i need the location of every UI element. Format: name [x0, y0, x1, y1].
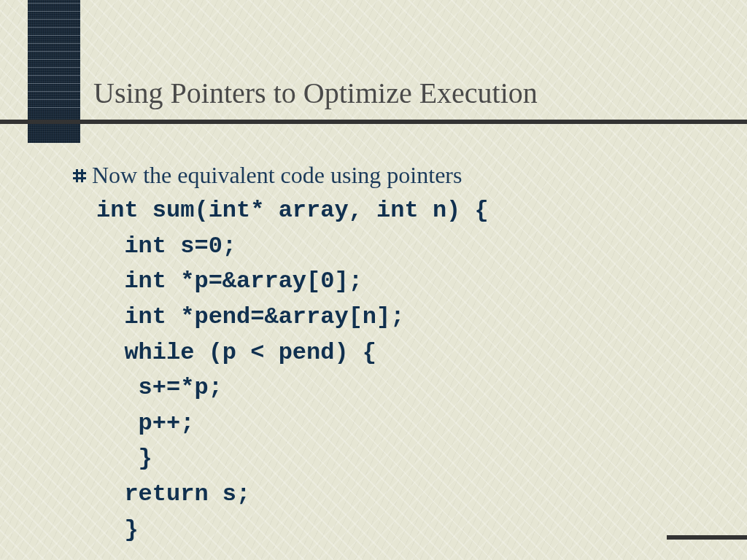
bullet-item: Now the equivalent code using pointers	[73, 162, 718, 189]
svg-rect-1	[73, 177, 86, 179]
hash-bullet-icon	[73, 169, 86, 182]
slide-body: Now the equivalent code using pointers i…	[73, 162, 718, 548]
slide-title: Using Pointers to Optimize Execution	[93, 76, 538, 110]
svg-rect-2	[76, 169, 78, 182]
code-block: int sum(int* array, int n) { int s=0; in…	[96, 193, 718, 548]
svg-rect-0	[73, 172, 86, 174]
bullet-text: Now the equivalent code using pointers	[92, 162, 462, 189]
svg-rect-3	[81, 169, 83, 182]
title-underline	[0, 120, 747, 124]
